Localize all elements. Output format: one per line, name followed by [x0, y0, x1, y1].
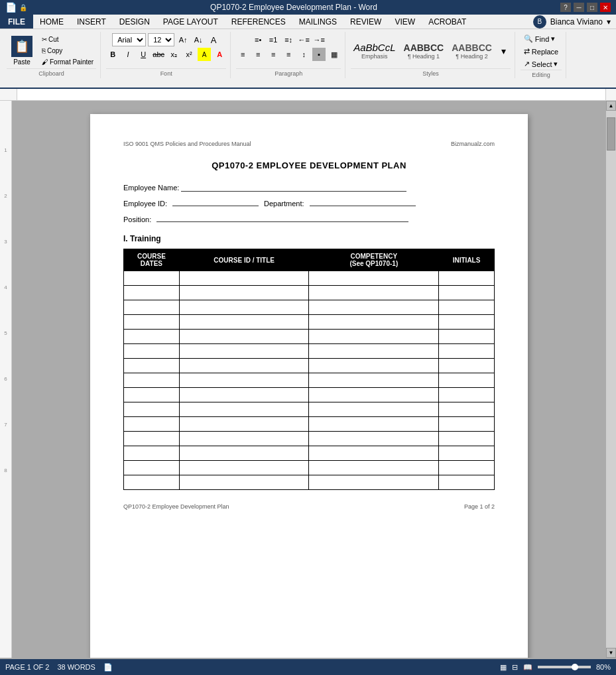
font-name-select[interactable]: Arial [112, 33, 146, 46]
bold-button[interactable]: B [106, 48, 119, 61]
menu-design[interactable]: DESIGN [113, 15, 156, 29]
menu-acrobat[interactable]: ACROBAT [422, 15, 473, 29]
cell-0-3[interactable] [439, 271, 495, 286]
close-btn[interactable]: ✕ [600, 3, 611, 12]
cell-8-0[interactable] [124, 388, 180, 402]
styles-more-button[interactable]: ▾ [497, 44, 511, 58]
cell-6-2[interactable] [309, 359, 439, 373]
cell-1-0[interactable] [124, 286, 180, 300]
cell-1-1[interactable] [179, 286, 309, 300]
underline-button[interactable]: U [137, 48, 150, 61]
cell-10-1[interactable] [179, 417, 309, 432]
help-btn[interactable]: ? [560, 3, 571, 12]
cell-7-1[interactable] [179, 373, 309, 388]
cell-9-3[interactable] [439, 402, 495, 417]
menu-page-layout[interactable]: PAGE LAYOUT [156, 15, 225, 29]
cell-14-0[interactable] [124, 475, 180, 490]
align-left-button[interactable]: ≡ [236, 48, 249, 61]
cell-3-0[interactable] [124, 315, 180, 330]
cell-12-2[interactable] [309, 446, 439, 461]
cell-12-1[interactable] [179, 446, 309, 461]
cell-3-3[interactable] [439, 315, 495, 330]
increase-indent-button[interactable]: →≡ [312, 33, 326, 46]
scroll-track[interactable] [606, 111, 616, 648]
employee-name-field[interactable] [181, 182, 406, 192]
borders-button[interactable]: ▦ [328, 48, 341, 61]
user-name[interactable]: Bianca Viviano [550, 17, 603, 27]
cell-8-1[interactable] [179, 388, 309, 402]
select-button[interactable]: ↗ Select ▾ [521, 58, 562, 70]
menu-mailings[interactable]: MAILINGS [292, 15, 343, 29]
zoom-slider[interactable] [538, 666, 591, 668]
scroll-thumb[interactable] [607, 117, 615, 151]
decrease-indent-button[interactable]: ←≡ [297, 33, 310, 46]
cell-6-3[interactable] [439, 359, 495, 373]
cell-0-1[interactable] [179, 271, 309, 286]
font-color-button[interactable]: A [213, 48, 226, 61]
font-size-select[interactable]: 12 [148, 33, 174, 46]
cut-button[interactable]: ✂ Cut [39, 34, 96, 44]
find-button[interactable]: 🔍 Find ▾ [521, 33, 562, 44]
line-spacing-button[interactable]: ↕ [297, 48, 310, 61]
cell-9-1[interactable] [179, 402, 309, 417]
cell-4-2[interactable] [309, 330, 439, 344]
cell-11-3[interactable] [439, 432, 495, 446]
scroll-down-button[interactable]: ▼ [606, 648, 616, 658]
subscript-button[interactable]: x₂ [167, 48, 180, 61]
cell-10-0[interactable] [124, 417, 180, 432]
cell-9-2[interactable] [309, 402, 439, 417]
cell-0-0[interactable] [124, 271, 180, 286]
view-read-icon[interactable]: 📖 [523, 663, 532, 672]
cell-5-0[interactable] [124, 344, 180, 359]
bullets-button[interactable]: ≡• [251, 33, 265, 46]
maximize-btn[interactable]: □ [587, 3, 597, 12]
cell-4-0[interactable] [124, 330, 180, 344]
cell-7-3[interactable] [439, 373, 495, 388]
user-dropdown-icon[interactable]: ▾ [607, 17, 611, 27]
cell-13-3[interactable] [439, 461, 495, 475]
menu-view[interactable]: VIEW [388, 15, 422, 29]
position-field[interactable] [156, 213, 408, 222]
cell-5-2[interactable] [309, 344, 439, 359]
cell-8-2[interactable] [309, 388, 439, 402]
menu-review[interactable]: REVIEW [343, 15, 388, 29]
scrollbar[interactable]: ▲ ▼ [606, 101, 616, 658]
cell-2-2[interactable] [309, 300, 439, 315]
cell-14-3[interactable] [439, 475, 495, 490]
view-print-icon[interactable]: ▦ [500, 663, 507, 672]
minimize-btn[interactable]: ─ [574, 3, 584, 12]
cell-7-2[interactable] [309, 373, 439, 388]
format-painter-button[interactable]: 🖌 Format Painter [39, 57, 96, 67]
menu-home[interactable]: HOME [33, 15, 70, 29]
cell-13-2[interactable] [309, 461, 439, 475]
copy-button[interactable]: ⎘ Copy [39, 46, 96, 56]
clear-format-button[interactable]: A [207, 33, 220, 46]
strikethrough-button[interactable]: abc [152, 48, 165, 61]
cell-11-1[interactable] [179, 432, 309, 446]
cell-0-2[interactable] [309, 271, 439, 286]
department-field[interactable] [310, 197, 416, 206]
cell-2-1[interactable] [179, 300, 309, 315]
scroll-up-button[interactable]: ▲ [606, 101, 616, 111]
text-highlight-button[interactable]: A [198, 48, 211, 61]
shading-button[interactable]: ▪ [312, 48, 326, 61]
style-heading2[interactable]: AABBCC ¶ Heading 2 [449, 41, 495, 61]
document-area[interactable]: ISO 9001 QMS Policies and Procedures Man… [12, 101, 606, 658]
cell-10-2[interactable] [309, 417, 439, 432]
increase-font-button[interactable]: A↑ [176, 33, 190, 46]
cell-3-1[interactable] [179, 315, 309, 330]
numbering-button[interactable]: ≡1 [267, 33, 280, 46]
cell-4-3[interactable] [439, 330, 495, 344]
justify-button[interactable]: ≡ [282, 48, 295, 61]
style-heading1[interactable]: AABBCC ¶ Heading 1 [401, 41, 447, 61]
cell-8-3[interactable] [439, 388, 495, 402]
cell-7-0[interactable] [124, 373, 180, 388]
paste-button[interactable]: 📋 Paste [7, 33, 37, 68]
cell-12-0[interactable] [124, 446, 180, 461]
cell-12-3[interactable] [439, 446, 495, 461]
menu-references[interactable]: REFERENCES [225, 15, 292, 29]
cell-14-1[interactable] [179, 475, 309, 490]
style-emphasis[interactable]: AaBbCcL Emphasis [351, 40, 398, 61]
cell-1-2[interactable] [309, 286, 439, 300]
cell-4-1[interactable] [179, 330, 309, 344]
